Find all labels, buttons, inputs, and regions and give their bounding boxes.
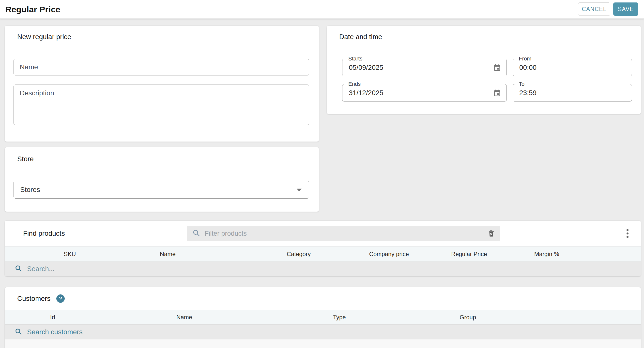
new-regular-price-card-header: New regular price — [5, 26, 319, 48]
customers-title-wrap: Customers ? — [17, 295, 65, 303]
column-name: Name — [160, 251, 176, 258]
page-title: Regular Price — [6, 4, 60, 14]
customers-table-header: Id Name Type Group — [5, 310, 641, 325]
find-products-title: Find products — [23, 230, 65, 237]
column-regular-price: Regular Price — [451, 251, 487, 258]
customers-header: Customers ? — [5, 287, 641, 310]
column-margin: Margin % — [534, 251, 559, 258]
to-time-input[interactable] — [513, 84, 632, 101]
to-time-field[interactable]: To — [513, 84, 632, 101]
save-button[interactable]: SAVE — [613, 2, 638, 16]
stores-select[interactable]: Stores — [14, 181, 309, 199]
filter-products-input[interactable] — [200, 230, 488, 237]
starts-date-field[interactable]: Starts — [342, 59, 507, 76]
date-and-time-card: Date and time Starts From Ends To — [327, 26, 641, 114]
name-field[interactable] — [14, 59, 309, 75]
customers-title: Customers — [17, 295, 50, 303]
column-name: Name — [176, 314, 192, 321]
description-field[interactable] — [14, 84, 309, 125]
products-table-header: SKU Name Category Company price Regular … — [5, 246, 641, 262]
date-and-time-title: Date and time — [339, 33, 382, 41]
customers-search-input[interactable] — [22, 328, 641, 336]
empty-table-row — [5, 340, 641, 348]
ends-date-input[interactable] — [342, 84, 506, 101]
column-company-price: Company price — [369, 251, 409, 258]
top-app-bar: Regular Price CANCEL SAVE — [0, 0, 644, 19]
find-products-card: Find products SKU Name Category Co — [5, 221, 641, 276]
calendar-icon[interactable] — [493, 64, 501, 71]
search-icon — [15, 265, 22, 273]
starts-date-input[interactable] — [342, 59, 506, 76]
clear-filter-icon[interactable] — [488, 230, 495, 237]
chevron-down-icon — [297, 189, 302, 191]
stores-select-value: Stores — [20, 186, 40, 194]
store-card: Store Stores — [5, 147, 319, 212]
calendar-icon[interactable] — [493, 89, 501, 97]
customers-card: Customers ? Id Name Type Group — [5, 287, 641, 348]
find-products-header: Find products — [5, 221, 641, 246]
column-id: Id — [50, 314, 55, 321]
search-icon — [15, 328, 22, 336]
filter-products-box[interactable] — [187, 226, 500, 241]
cancel-button[interactable]: CANCEL — [578, 2, 610, 16]
from-time-field[interactable]: From — [513, 59, 632, 76]
store-title: Store — [17, 155, 34, 163]
new-regular-price-card: New regular price — [5, 26, 319, 142]
column-group: Group — [460, 314, 476, 321]
column-category: Category — [287, 251, 311, 258]
more-options-icon[interactable] — [625, 228, 630, 239]
search-icon — [192, 229, 200, 238]
from-time-input[interactable] — [513, 59, 632, 76]
products-search-input[interactable] — [22, 265, 641, 273]
column-sku: SKU — [64, 251, 76, 258]
help-icon[interactable]: ? — [56, 295, 65, 303]
column-type: Type — [333, 314, 346, 321]
customers-search-row[interactable] — [5, 325, 641, 340]
ends-date-field[interactable]: Ends — [342, 84, 507, 101]
store-card-header: Store — [5, 147, 319, 171]
new-regular-price-title: New regular price — [17, 33, 71, 41]
products-search-row[interactable] — [5, 262, 641, 276]
date-and-time-card-header: Date and time — [327, 26, 641, 48]
